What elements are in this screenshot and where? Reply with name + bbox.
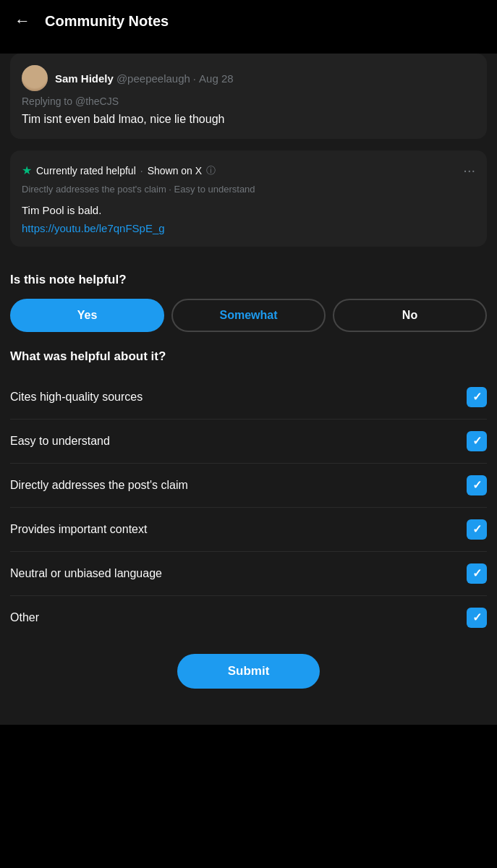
submit-button[interactable]: Submit — [177, 654, 320, 689]
checkbox-box-other: ✓ — [467, 608, 487, 628]
checkbox-label-cites: Cites high-quality sources — [10, 391, 143, 404]
tweet-author: Sam Hidely — [55, 72, 114, 85]
tweet-text: Tim isnt even bald lmao, nice lie though — [22, 111, 475, 127]
tweet-reply: Replying to @theCJS — [22, 95, 475, 107]
rating-buttons: Yes Somewhat No — [10, 299, 487, 332]
tweet-card: Sam Hidely @peepeelaugh · Aug 28 Replyin… — [10, 54, 487, 139]
app-header: ← Community Notes — [0, 0, 497, 42]
checkbox-label-easy: Easy to understand — [10, 435, 110, 448]
checkmark-easy: ✓ — [472, 434, 482, 448]
note-text: Tim Pool is bald. — [22, 203, 475, 218]
note-separator: · — [140, 165, 143, 176]
rating-no-button[interactable]: No — [333, 299, 487, 332]
checkbox-item-cites[interactable]: Cites high-quality sources ✓ — [10, 375, 487, 420]
tweet-meta: Sam Hidely @peepeelaugh · Aug 28 — [55, 72, 234, 85]
note-link[interactable]: https://youtu.be/le7qnFSpE_g — [22, 222, 165, 234]
tweet-handle: @peepeelaugh — [116, 72, 190, 85]
checkbox-box-addresses: ✓ — [467, 475, 487, 495]
checkbox-item-other[interactable]: Other ✓ — [10, 596, 487, 639]
checkbox-box-context: ✓ — [467, 519, 487, 540]
info-icon: ⓘ — [206, 164, 216, 177]
checkmark-addresses: ✓ — [472, 478, 482, 492]
avatar — [22, 65, 48, 91]
checkbox-box-easy: ✓ — [467, 431, 487, 451]
content-area: Sam Hidely @peepeelaugh · Aug 28 Replyin… — [0, 54, 497, 725]
page-title: Community Notes — [45, 13, 169, 30]
submit-area: Submit — [10, 639, 487, 710]
note-card: ★ Currently rated helpful · Shown on X ⓘ… — [10, 150, 487, 246]
rating-yes-button[interactable]: Yes — [10, 299, 164, 332]
note-status-row: ★ Currently rated helpful · Shown on X ⓘ… — [22, 162, 475, 179]
checkbox-list: Cites high-quality sources ✓ Easy to und… — [10, 375, 487, 639]
checkbox-item-context[interactable]: Provides important context ✓ — [10, 508, 487, 552]
checkbox-item-easy[interactable]: Easy to understand ✓ — [10, 420, 487, 464]
note-tags: Directly addresses the post's claim · Ea… — [22, 183, 475, 196]
star-icon: ★ — [22, 163, 32, 177]
checkbox-label-neutral: Neutral or unbiased language — [10, 567, 162, 580]
note-status-left: ★ Currently rated helpful · Shown on X ⓘ — [22, 163, 216, 177]
note-shown-text: Shown on X — [148, 165, 203, 176]
tweet-date: Aug 28 — [199, 72, 234, 85]
rating-question: Is this note helpful? — [10, 273, 487, 287]
checkbox-label-context: Provides important context — [10, 523, 147, 536]
checkbox-item-addresses[interactable]: Directly addresses the post's claim ✓ — [10, 464, 487, 508]
checkbox-label-addresses: Directly addresses the post's claim — [10, 479, 188, 492]
checkmark-neutral: ✓ — [472, 566, 482, 580]
rating-section: Is this note helpful? Yes Somewhat No Wh… — [0, 258, 497, 725]
checkmark-context: ✓ — [472, 522, 482, 536]
tweet-header: Sam Hidely @peepeelaugh · Aug 28 — [22, 65, 475, 91]
checkmark-cites: ✓ — [472, 390, 482, 404]
tweet-date-separator: · — [193, 72, 196, 85]
note-status-text: Currently rated helpful — [36, 165, 136, 176]
checkbox-label-other: Other — [10, 611, 39, 624]
checkmark-other: ✓ — [472, 610, 482, 624]
helpful-question: What was helpful about it? — [10, 349, 487, 364]
more-button[interactable]: ··· — [463, 162, 475, 179]
rating-somewhat-button[interactable]: Somewhat — [171, 299, 326, 332]
checkbox-box-neutral: ✓ — [467, 563, 487, 584]
checkbox-box-cites: ✓ — [467, 387, 487, 407]
checkbox-item-neutral[interactable]: Neutral or unbiased language ✓ — [10, 552, 487, 596]
back-button[interactable]: ← — [14, 12, 30, 30]
